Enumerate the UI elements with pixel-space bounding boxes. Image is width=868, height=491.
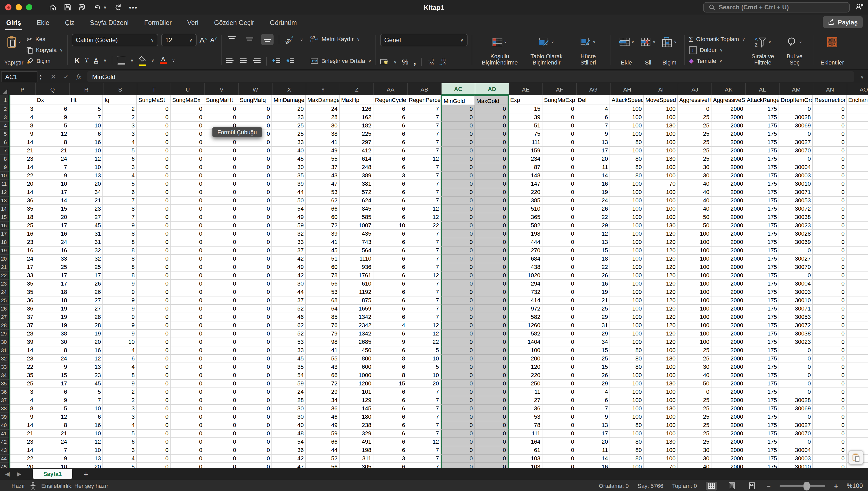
cell-W32[interactable]: 0 [238, 355, 272, 363]
cell-V30[interactable]: 0 [204, 338, 238, 346]
cell-AC24[interactable]: 0 [441, 288, 475, 296]
cell-Q16[interactable]: 17 [35, 222, 69, 230]
cell-AB5[interactable]: 7 [407, 130, 441, 138]
cell-T25[interactable]: 0 [137, 296, 171, 305]
cell-AJ30[interactable]: 100 [678, 338, 712, 346]
cell-AB7[interactable]: 7 [407, 147, 441, 155]
cell-Z39[interactable]: 180 [339, 413, 373, 421]
cell-AD4[interactable]: 0 [475, 122, 509, 130]
cell-AG36[interactable]: 4 [576, 388, 610, 396]
cell-styles-button[interactable]: ∨ Hücre Stilleri [570, 33, 606, 67]
cell-AI30[interactable]: 120 [644, 338, 678, 346]
cell-T35[interactable]: 0 [137, 380, 171, 388]
cell-T33[interactable]: 0 [137, 363, 171, 371]
cell-AK33[interactable]: 2000 [712, 363, 745, 371]
cell-X6[interactable]: 33 [272, 138, 306, 147]
column-header-Y[interactable]: Y [306, 83, 340, 95]
column-header-AN[interactable]: AN [813, 83, 847, 95]
cell-AN13[interactable]: 0 [813, 197, 847, 205]
cell-AM12[interactable]: 30071 [779, 188, 813, 197]
cell-AD42[interactable]: 0 [475, 438, 509, 446]
formula-bar-chevron-icon[interactable]: ∨ [861, 74, 864, 79]
cell-R29[interactable]: 19 [69, 330, 103, 338]
cell-W40[interactable]: 0 [238, 421, 272, 430]
cell-Q23[interactable]: 17 [35, 280, 69, 288]
cell-U8[interactable]: 0 [171, 155, 204, 163]
column-header-R[interactable]: R [70, 83, 103, 95]
cell-AF5[interactable]: 0 [542, 130, 576, 138]
cell-U4[interactable]: 0 [171, 122, 204, 130]
cell-AB15[interactable]: 12 [407, 213, 441, 222]
cell-AE40[interactable]: 78 [509, 421, 542, 430]
cell-T22[interactable]: 0 [137, 271, 171, 280]
cell-Y8[interactable]: 55 [306, 155, 339, 163]
cell-AN5[interactable]: 0 [813, 130, 847, 138]
cell-S28[interactable]: 9 [103, 321, 137, 330]
cell-AH16[interactable]: 100 [610, 222, 644, 230]
cell-Y27[interactable]: 85 [306, 313, 339, 321]
column-header-AE[interactable]: AE [509, 83, 543, 95]
cell-W18[interactable]: 0 [238, 238, 272, 247]
orientation-icon[interactable]: ab↗ [284, 34, 296, 45]
formula-input[interactable]: MinGold [87, 71, 854, 82]
cell-U38[interactable]: 0 [171, 405, 204, 413]
cell-T19[interactable]: 0 [137, 247, 171, 255]
cell-AL29[interactable]: 175 [745, 330, 779, 338]
cell-AM13[interactable]: 30053 [779, 197, 813, 205]
cell-AI33[interactable]: 100 [644, 363, 678, 371]
cell-U31[interactable]: 0 [171, 346, 204, 355]
cell-AC16[interactable]: 0 [441, 222, 475, 230]
cell-AE7[interactable]: 159 [509, 147, 542, 155]
cell-T37[interactable]: 0 [137, 396, 171, 405]
cell-AE41[interactable]: 111 [509, 430, 542, 438]
cell-AL42[interactable]: 175 [745, 438, 779, 446]
cell-AD14[interactable]: 0 [475, 205, 509, 213]
cell-AL2[interactable]: 175 [745, 105, 779, 113]
cell-AG44[interactable]: 14 [576, 455, 610, 463]
cell-T20[interactable]: 0 [137, 255, 171, 263]
cell-Y12[interactable]: 53 [306, 188, 339, 197]
accounting-format-icon[interactable] [380, 59, 389, 65]
cell-X31[interactable]: 33 [272, 346, 306, 355]
cell-AF26[interactable]: 0 [542, 305, 576, 313]
cell-AI2[interactable]: 100 [644, 105, 678, 113]
cell-Z34[interactable]: 1000 [339, 371, 373, 380]
column-header-AL[interactable]: AL [746, 83, 780, 95]
cell-AM27[interactable]: 30053 [779, 313, 813, 321]
cell-Z14[interactable]: 845 [339, 205, 373, 213]
cell-AC22[interactable]: 0 [441, 271, 475, 280]
cell-AA37[interactable]: 6 [373, 396, 407, 405]
cell-AN33[interactable]: 0 [813, 363, 847, 371]
cell-P6[interactable]: 14 [9, 138, 35, 147]
cell-Z28[interactable]: 2342 [339, 321, 373, 330]
cell-AE38[interactable]: 36 [509, 405, 542, 413]
zoom-slider[interactable] [779, 485, 825, 487]
cell-T31[interactable]: 0 [137, 346, 171, 355]
cell-AG22[interactable]: 26 [576, 271, 610, 280]
cell-T15[interactable]: 0 [137, 213, 171, 222]
row-number-16[interactable]: 16 [0, 222, 9, 230]
cell-AE8[interactable]: 234 [509, 155, 542, 163]
cell-AO36[interactable] [847, 388, 868, 396]
cell-AN45[interactable]: 0 [813, 463, 847, 468]
cell-AL24[interactable]: 175 [745, 288, 779, 296]
cell-P35[interactable]: 25 [9, 380, 35, 388]
cell-AE12[interactable]: 220 [509, 188, 542, 197]
cell-AJ8[interactable]: 25 [678, 155, 712, 163]
cell-AH2[interactable]: 100 [610, 105, 644, 113]
cell-AN36[interactable]: 0 [813, 388, 847, 396]
cell-V9[interactable]: 0 [204, 163, 238, 172]
cell-AO32[interactable] [847, 355, 868, 363]
cell-AD21[interactable]: 0 [475, 263, 509, 271]
row-number-34[interactable]: 34 [0, 371, 9, 380]
cell-AL38[interactable]: 175 [745, 405, 779, 413]
cell-AO29[interactable] [847, 330, 868, 338]
more-commands-icon[interactable]: ••• [129, 3, 138, 11]
cell-AI43[interactable]: 100 [644, 446, 678, 455]
cell-AD22[interactable]: 0 [475, 271, 509, 280]
cell-W16[interactable]: 0 [238, 222, 272, 230]
cell-AM18[interactable]: 30069 [779, 238, 813, 247]
cell-R36[interactable]: 5 [69, 388, 103, 396]
cell-AB38[interactable]: 7 [407, 405, 441, 413]
cell-Q44[interactable]: 9 [35, 455, 69, 463]
